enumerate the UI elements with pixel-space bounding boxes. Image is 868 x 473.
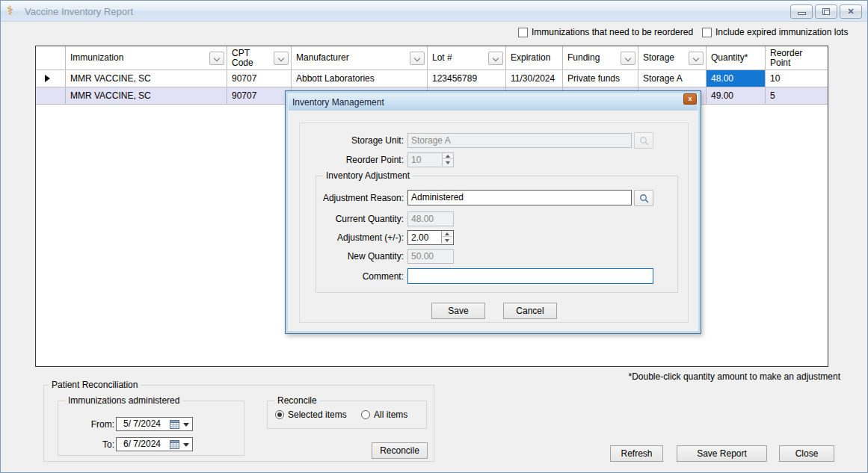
header-manufacturer-label: Manufacturer: [296, 53, 349, 63]
to-label: To:: [77, 439, 114, 450]
magnifier-icon: [639, 136, 649, 146]
chevron-down-icon: [625, 55, 631, 61]
cell-immunization[interactable]: MMR VACCINE, SC: [66, 87, 227, 105]
header-lot[interactable]: Lot #: [428, 46, 506, 70]
spinner-up-icon: [442, 231, 452, 237]
cell-reorder[interactable]: 5: [766, 87, 828, 105]
all-items-radio[interactable]: All items: [361, 409, 407, 420]
storage-filter-button[interactable]: [689, 52, 704, 65]
row-selector-cell[interactable]: [36, 70, 66, 87]
header-immunization[interactable]: Immunization: [66, 46, 227, 70]
header-cpt-label: CPT Code: [232, 49, 262, 68]
immunizations-administered-label: Immunizations administered: [65, 395, 182, 406]
manufacturer-filter-button[interactable]: [410, 52, 425, 65]
header-row-selector: [36, 46, 66, 70]
cell-manufacturer[interactable]: Abbott Laboratories: [292, 70, 428, 87]
cell-storage[interactable]: Storage A: [638, 70, 707, 87]
cell-immunization[interactable]: MMR VACCINE, SC: [66, 70, 227, 87]
spinner-down-icon: [442, 237, 452, 244]
lot-filter-button[interactable]: [488, 52, 503, 65]
chevron-down-icon: [693, 55, 699, 61]
save-report-button[interactable]: Save Report: [677, 445, 767, 462]
reorder-point-label: Reorder Point:: [299, 155, 404, 165]
dropdown-arrow-icon: [183, 443, 189, 447]
from-date-value: 5/ 7/2024: [123, 418, 161, 429]
row-selector-cell[interactable]: [36, 87, 66, 105]
reconcile-group-label: Reconcile: [274, 395, 320, 406]
reconcile-button[interactable]: Reconcile: [372, 442, 428, 459]
magnifier-icon: [639, 194, 649, 203]
storage-unit-field: Storage A: [407, 133, 632, 148]
save-button[interactable]: Save: [431, 303, 485, 319]
adjustment-amount-label: Adjustment (+/-):: [299, 232, 404, 243]
close-icon: ✕: [840, 7, 861, 16]
header-quantity-label: Quantity*: [711, 53, 748, 63]
comment-field[interactable]: [407, 268, 653, 284]
table-row[interactable]: MMR VACCINE, SC 90707 Abbott Laboratorie…: [36, 70, 828, 87]
cell-cpt[interactable]: 90707: [227, 87, 292, 105]
chevron-down-icon: [214, 55, 220, 61]
selected-items-radio[interactable]: Selected items: [275, 409, 347, 420]
header-manufacturer[interactable]: Manufacturer: [292, 46, 428, 70]
adjustment-amount-spinner[interactable]: [441, 231, 452, 244]
cell-cpt[interactable]: 90707: [227, 70, 292, 87]
header-cpt-code[interactable]: CPT Code: [227, 46, 292, 70]
header-expiration[interactable]: Expiration: [506, 46, 563, 70]
radio-off-icon: [361, 410, 370, 419]
header-immunization-label: Immunization: [70, 53, 123, 63]
to-date-picker[interactable]: 6/ 7/2024: [116, 437, 193, 451]
minimize-button[interactable]: [790, 4, 813, 19]
reorder-filter-checkbox[interactable]: [518, 28, 528, 37]
calendar-icon: [170, 439, 179, 449]
close-button[interactable]: Close: [779, 445, 834, 462]
cell-lot[interactable]: 123456789: [428, 70, 506, 87]
expired-filter-checkbox[interactable]: [702, 28, 712, 37]
cell-reorder[interactable]: 10: [766, 70, 828, 87]
cancel-button[interactable]: Cancel: [503, 303, 557, 319]
cpt-filter-button[interactable]: [274, 52, 289, 65]
funding-filter-button[interactable]: [621, 52, 635, 65]
maximize-icon: [822, 8, 830, 15]
from-date-picker[interactable]: 5/ 7/2024: [116, 417, 193, 431]
chevron-down-icon: [414, 55, 420, 61]
expired-filter-label: Include expired immunization lots: [715, 27, 848, 37]
window-close-button[interactable]: ✕: [840, 4, 862, 19]
adjustment-reason-field[interactable]: Administered: [407, 190, 632, 205]
header-quantity[interactable]: Quantity*: [707, 46, 766, 70]
refresh-button[interactable]: Refresh: [610, 445, 663, 462]
selected-items-radio-label: Selected items: [288, 409, 347, 420]
cell-quantity-selected[interactable]: 48.00: [707, 70, 766, 87]
new-quantity-label: New Quantity:: [299, 251, 404, 262]
header-storage[interactable]: Storage: [638, 46, 707, 70]
cell-quantity[interactable]: 49.00: [707, 87, 766, 105]
inventory-adjustment-group-label: Inventory Adjustment: [323, 170, 413, 181]
comment-label: Comment:: [299, 271, 404, 282]
caduceus-icon: ⚕: [7, 4, 13, 19]
header-funding[interactable]: Funding: [563, 46, 638, 70]
storage-unit-search-button: [634, 132, 653, 149]
current-quantity-field: 48.00: [407, 211, 454, 226]
header-reorder-label: Reorder Point: [770, 49, 807, 68]
header-funding-label: Funding: [567, 53, 600, 63]
chevron-down-icon: [493, 55, 499, 61]
grid-header-row: Immunization CPT Code Manufacturer Lot #…: [36, 46, 828, 70]
patient-reconciliation-group: Patient Reconciliation Immunizations adm…: [43, 385, 434, 462]
cell-funding[interactable]: Private funds: [563, 70, 638, 87]
adjustment-reason-label: Adjustment Reason:: [299, 193, 404, 203]
immunization-filter-button[interactable]: [209, 52, 224, 65]
current-quantity-label: Current Quantity:: [299, 214, 404, 224]
adjustment-reason-search-button[interactable]: [634, 190, 653, 206]
reconcile-group: Reconcile Selected items All items: [267, 401, 427, 429]
cell-expiration[interactable]: 11/30/2024: [506, 70, 563, 87]
reorder-point-spinner: [442, 153, 453, 166]
new-quantity-field: 50.00: [407, 249, 454, 264]
spinner-up-icon: [443, 153, 453, 159]
from-label: From:: [77, 419, 114, 430]
maximize-button[interactable]: [815, 4, 837, 19]
quantity-adjust-hint: *Double-click quantity amount to make an…: [629, 371, 840, 382]
dialog-close-button[interactable]: x: [683, 93, 697, 105]
chevron-down-icon: [278, 55, 284, 61]
immunizations-administered-group: Immunizations administered From: 5/ 7/20…: [58, 401, 244, 456]
header-reorder-point[interactable]: Reorder Point: [766, 46, 828, 70]
dropdown-arrow-icon: [183, 423, 189, 427]
